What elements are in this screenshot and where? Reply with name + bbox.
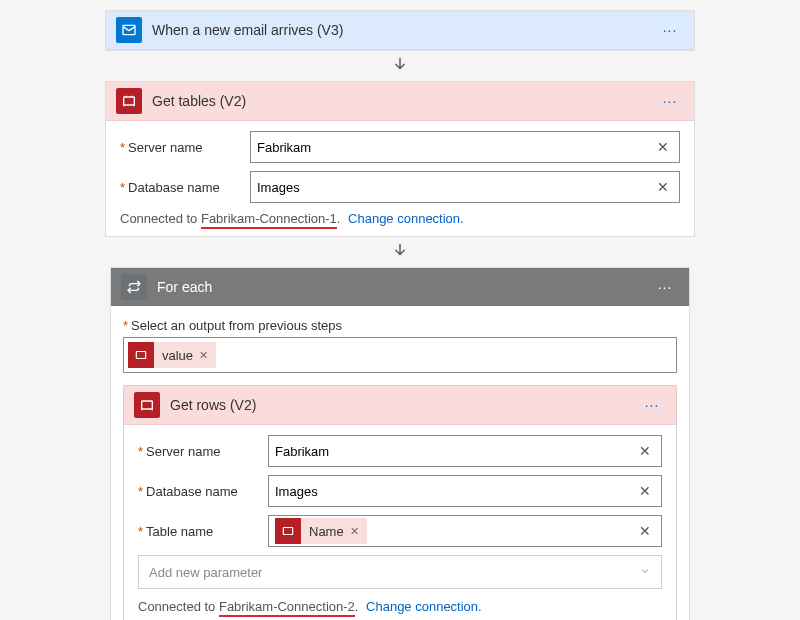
clear-icon[interactable]: ✕ bbox=[653, 139, 673, 155]
token-remove-icon[interactable]: ✕ bbox=[350, 525, 359, 538]
connection-info: Connected to Fabrikam-Connection-2. Chan… bbox=[138, 599, 662, 614]
clear-icon[interactable]: ✕ bbox=[635, 443, 655, 459]
for-each-card: For each ··· Select an output from previ… bbox=[110, 267, 690, 620]
sql-icon bbox=[134, 392, 160, 418]
change-connection-link[interactable]: Change connection. bbox=[348, 211, 464, 226]
trigger-header[interactable]: When a new email arrives (V3) ··· bbox=[106, 11, 694, 50]
connected-prefix: Connected to bbox=[138, 599, 219, 614]
server-name-input[interactable] bbox=[275, 436, 635, 466]
database-name-input[interactable] bbox=[275, 476, 635, 506]
token-label: value bbox=[162, 348, 193, 363]
get-rows-header[interactable]: Get rows (V2) ··· bbox=[124, 386, 676, 425]
change-connection-link[interactable]: Change connection. bbox=[366, 599, 482, 614]
get-tables-card: Get tables (V2) ··· Server name ✕ Databa… bbox=[105, 81, 695, 237]
token-remove-icon[interactable]: ✕ bbox=[199, 349, 208, 362]
clear-icon[interactable]: ✕ bbox=[653, 179, 673, 195]
connection-name: Fabrikam-Connection-2 bbox=[219, 599, 355, 617]
outlook-icon bbox=[116, 17, 142, 43]
database-name-input[interactable] bbox=[257, 172, 653, 202]
flow-arrow bbox=[14, 237, 786, 267]
token-label: Name bbox=[309, 524, 344, 539]
for-each-title: For each bbox=[157, 279, 651, 295]
svg-rect-3 bbox=[142, 401, 153, 409]
period: . bbox=[337, 211, 341, 226]
for-each-more-button[interactable]: ··· bbox=[651, 275, 679, 299]
server-name-label: Server name bbox=[138, 444, 268, 459]
value-token: value ✕ bbox=[128, 342, 216, 368]
trigger-card: When a new email arrives (V3) ··· bbox=[105, 10, 695, 51]
database-name-label: Database name bbox=[138, 484, 268, 499]
add-parameter-label: Add new parameter bbox=[149, 565, 262, 580]
table-name-label: Table name bbox=[138, 524, 268, 539]
connection-name: Fabrikam-Connection-1 bbox=[201, 211, 337, 229]
sql-icon bbox=[275, 518, 301, 544]
get-tables-more-button[interactable]: ··· bbox=[656, 89, 684, 113]
get-rows-title: Get rows (V2) bbox=[170, 397, 638, 413]
name-token: Name ✕ bbox=[275, 518, 367, 544]
select-output-label: Select an output from previous steps bbox=[123, 318, 677, 333]
flow-arrow bbox=[14, 51, 786, 81]
sql-icon bbox=[128, 342, 154, 368]
for-each-header[interactable]: For each ··· bbox=[111, 268, 689, 306]
chevron-down-icon bbox=[639, 565, 651, 580]
sql-icon bbox=[116, 88, 142, 114]
svg-rect-1 bbox=[124, 97, 135, 105]
server-name-input-wrapper: ✕ bbox=[268, 435, 662, 467]
database-name-input-wrapper: ✕ bbox=[268, 475, 662, 507]
trigger-title: When a new email arrives (V3) bbox=[152, 22, 656, 38]
connection-info: Connected to Fabrikam-Connection-1. Chan… bbox=[120, 211, 680, 226]
clear-icon[interactable]: ✕ bbox=[635, 523, 655, 539]
select-output-input[interactable]: value ✕ bbox=[123, 337, 677, 373]
svg-rect-4 bbox=[283, 528, 292, 535]
connected-prefix: Connected to bbox=[120, 211, 201, 226]
period: . bbox=[355, 599, 359, 614]
svg-rect-2 bbox=[136, 352, 145, 359]
table-name-input-wrapper[interactable]: Name ✕ ✕ bbox=[268, 515, 662, 547]
get-rows-more-button[interactable]: ··· bbox=[638, 393, 666, 417]
server-name-input[interactable] bbox=[257, 132, 653, 162]
loop-icon bbox=[121, 274, 147, 300]
get-tables-header[interactable]: Get tables (V2) ··· bbox=[106, 82, 694, 121]
trigger-more-button[interactable]: ··· bbox=[656, 18, 684, 42]
get-tables-title: Get tables (V2) bbox=[152, 93, 656, 109]
add-parameter-dropdown[interactable]: Add new parameter bbox=[138, 555, 662, 589]
get-rows-card: Get rows (V2) ··· Server name ✕ Database… bbox=[123, 385, 677, 620]
clear-icon[interactable]: ✕ bbox=[635, 483, 655, 499]
server-name-input-wrapper: ✕ bbox=[250, 131, 680, 163]
database-name-label: Database name bbox=[120, 180, 250, 195]
server-name-label: Server name bbox=[120, 140, 250, 155]
database-name-input-wrapper: ✕ bbox=[250, 171, 680, 203]
